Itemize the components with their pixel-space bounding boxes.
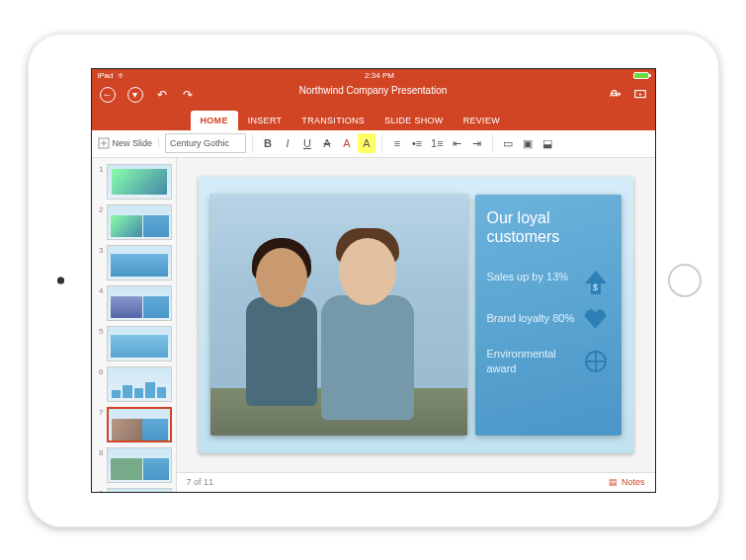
share-button[interactable]: [610, 88, 623, 102]
notes-toggle[interactable]: ▤ Notes: [609, 477, 645, 487]
font-color-button[interactable]: A: [338, 133, 356, 153]
slide-photo: [210, 195, 467, 436]
panel-title: Our loyal customers: [487, 208, 610, 246]
file-button[interactable]: ▾: [127, 87, 143, 103]
tab-slideshow[interactable]: SLIDE SHOW: [374, 111, 454, 130]
stat-environmental: Environmental award: [487, 347, 610, 376]
stat-sales: Sales up by 13%: [487, 264, 610, 291]
status-time: 2:34 PM: [365, 71, 394, 80]
shape-button[interactable]: ▭: [499, 133, 517, 153]
ipad-frame: iPad ᯤ 2:34 PM ← ▾ ↶ ↷ Northwind Company…: [28, 34, 719, 527]
slide-info-panel: Our loyal customers Sales up by 13% Bran…: [475, 195, 622, 436]
tab-review[interactable]: REVIEW: [454, 111, 510, 130]
thumb-1[interactable]: [107, 164, 172, 200]
wifi-icon: ᯤ: [118, 71, 126, 81]
underline-button[interactable]: U: [298, 133, 316, 153]
thumb-7[interactable]: [107, 407, 172, 442]
align-button[interactable]: ≡: [388, 133, 406, 153]
home-button[interactable]: [668, 264, 702, 297]
italic-button[interactable]: I: [279, 133, 296, 153]
bullets-button[interactable]: •≡: [408, 133, 426, 153]
format-toolbar: New Slide Century Gothic B I U A A A ≡ •…: [92, 130, 655, 158]
undo-button[interactable]: ↶: [155, 88, 169, 102]
font-family-select[interactable]: Century Gothic: [165, 133, 246, 153]
camera-dot: [57, 277, 64, 283]
ios-status-bar: iPad ᯤ 2:34 PM: [92, 69, 655, 83]
numbering-button[interactable]: 1≡: [428, 133, 447, 153]
object-button[interactable]: ⬓: [539, 133, 556, 153]
content-area: 1 2 3 4 5 6 7 8 9: [92, 158, 655, 492]
thumb-8[interactable]: [107, 447, 172, 483]
tab-insert[interactable]: INSERT: [238, 111, 292, 130]
heart-icon: [582, 305, 610, 333]
title-bar: ← ▾ ↶ ↷ Northwind Company Presentation: [92, 83, 655, 107]
globe-icon: [582, 348, 610, 375]
highlight-button[interactable]: A: [358, 133, 375, 153]
strikethrough-button[interactable]: A: [318, 133, 336, 153]
page-indicator: 7 of 11: [187, 477, 214, 487]
tab-transitions[interactable]: TRANSITIONS: [291, 111, 374, 130]
document-title: Northwind Company Presentation: [299, 85, 448, 96]
thumb-3[interactable]: [107, 245, 172, 280]
slide-editor: Our loyal customers Sales up by 13% Bran…: [177, 158, 655, 492]
battery-icon: [633, 72, 649, 79]
arrow-up-dollar-icon: [582, 264, 610, 291]
new-slide-button[interactable]: New Slide: [98, 137, 153, 149]
indent-decrease-button[interactable]: ⇤: [449, 133, 466, 153]
thumb-2[interactable]: [107, 204, 172, 240]
bold-button[interactable]: B: [259, 133, 277, 153]
notes-icon: ▤: [609, 477, 618, 487]
ribbon-tabs: HOME INSERT TRANSITIONS SLIDE SHOW REVIE…: [92, 107, 655, 130]
stat-loyalty: Brand loyalty 80%: [487, 305, 610, 333]
thumb-6[interactable]: [107, 366, 172, 402]
arrange-button[interactable]: ▣: [519, 133, 537, 153]
back-button[interactable]: ←: [100, 87, 116, 103]
thumb-5[interactable]: [107, 326, 172, 361]
redo-button[interactable]: ↷: [181, 88, 195, 102]
editor-footer: 7 of 11 ▤ Notes: [177, 472, 655, 492]
carrier-label: iPad: [98, 71, 114, 80]
thumb-9[interactable]: [107, 488, 172, 492]
thumb-4[interactable]: [107, 285, 172, 321]
present-button[interactable]: [633, 88, 647, 102]
current-slide[interactable]: Our loyal customers Sales up by 13% Bran…: [199, 177, 633, 453]
indent-increase-button[interactable]: ⇥: [468, 133, 486, 153]
slide-thumbnails[interactable]: 1 2 3 4 5 6 7 8 9: [92, 158, 177, 492]
tab-home[interactable]: HOME: [191, 111, 238, 130]
screen: iPad ᯤ 2:34 PM ← ▾ ↶ ↷ Northwind Company…: [91, 68, 656, 493]
